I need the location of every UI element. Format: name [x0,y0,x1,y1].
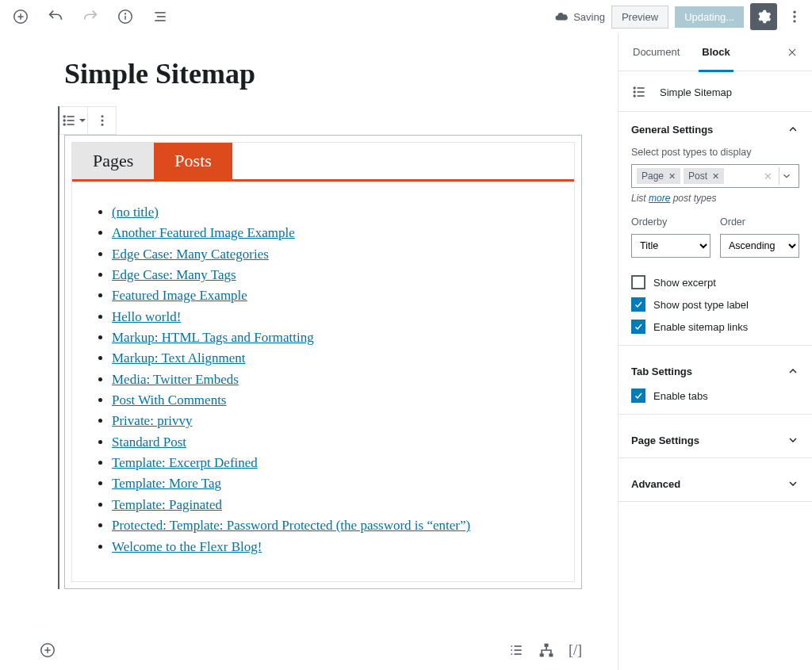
panel-title: Tab Settings [631,366,692,377]
token-post: Post✕ [684,168,724,184]
selected-block: Pages Posts (no title) Another Featured … [58,106,582,589]
orderby-select[interactable]: Title [631,234,710,258]
sitemap-link[interactable]: Markup: Text Alignment [112,350,245,366]
chevron-down-icon [781,170,792,182]
sidebar-close-button[interactable] [776,47,809,58]
publish-button[interactable]: Updating... [675,6,744,28]
sitemap-link[interactable]: Standard Post [112,435,186,450]
more-menu-button[interactable] [783,3,806,30]
block-more-button[interactable] [88,106,117,135]
list-item: Hello world! [112,307,550,327]
svg-point-20 [101,124,103,126]
sitemap-link[interactable]: Another Featured Image Example [112,225,295,240]
add-block-button[interactable] [6,2,35,31]
block-toolbar [59,106,582,135]
block-type-button[interactable] [59,106,88,135]
undo-button[interactable] [41,2,70,31]
list-item: Protected: Template: Password Protected … [112,515,550,536]
tab-posts[interactable]: Posts [154,143,232,179]
svg-point-12 [63,116,65,117]
list-item: Standard Post [112,432,550,453]
tab-pages[interactable]: Pages [72,143,154,179]
list-item: (no title) [112,202,550,223]
enable-sitemap-links-label: Enable sitemap links [653,321,748,333]
outline-icon [152,9,168,25]
remove-token-post[interactable]: ✕ [712,171,719,182]
chevron-down-icon [787,477,799,490]
sitemap-link[interactable]: Template: Excerpt Defined [112,455,258,470]
show-post-type-label-checkbox[interactable] [631,297,645,312]
sitemap-link[interactable]: Post With Comments [112,392,226,408]
sitemap-link[interactable]: Private: privvy [112,413,193,428]
sitemap-link[interactable]: Edge Case: Many Categories [112,247,269,262]
more-vertical-icon [787,9,802,25]
sitemap-link[interactable]: Welcome to the Flexr Blog! [112,539,262,554]
sitemap-link[interactable]: Protected: Template: Password Protected … [112,518,470,533]
sitemap-link[interactable]: Media: Twitter Embeds [112,372,239,387]
list-item: Edge Case: Many Categories [112,244,550,265]
list-icon [631,84,647,100]
redo-icon [82,8,99,25]
panel-title: Advanced [631,478,680,490]
page-title[interactable]: Simple Sitemap [64,57,582,90]
redo-button[interactable] [76,2,105,31]
outline-button[interactable] [146,2,174,31]
structure-button[interactable] [538,642,554,658]
remove-token-page[interactable]: ✕ [668,171,676,182]
svg-point-16 [63,124,65,125]
show-excerpt-label: Show excerpt [653,277,716,289]
svg-rect-31 [540,653,544,657]
panel-toggle-advanced[interactable]: Advanced [619,466,812,501]
token-page: Page✕ [637,168,680,184]
clear-tokens-button[interactable]: ✕ [760,170,776,182]
sitemap-link[interactable]: (no title) [112,205,159,220]
show-excerpt-checkbox[interactable] [631,275,645,289]
editor-footer-tools: [/] [36,638,582,662]
list-view-button[interactable] [508,642,524,658]
token-dropdown-button[interactable] [779,167,794,185]
list-item: Template: Paginated [112,495,550,515]
panel-tab-settings: Tab Settings Enable tabs [619,354,812,415]
list-item: Private: privvy [112,411,550,431]
list-item: Another Featured Image Example [112,223,550,243]
info-button[interactable] [111,2,140,31]
list-item: Edge Case: Many Tags [112,265,550,285]
sidebar-tab-block[interactable]: Block [691,33,741,71]
sitemap-link[interactable]: Edge Case: Many Tags [112,267,236,282]
settings-toggle-button[interactable] [750,3,777,30]
panel-page-settings: Page Settings [619,423,812,458]
post-types-input[interactable]: Page✕ Post✕ ✕ [631,164,799,188]
panel-toggle-tab[interactable]: Tab Settings [619,354,812,389]
top-toolbar-left [6,2,174,31]
panel-toggle-page[interactable]: Page Settings [619,423,812,458]
chevron-down-icon [787,434,799,446]
preview-button[interactable]: Preview [611,6,668,29]
sidebar-tab-document[interactable]: Document [622,33,691,71]
sitemap-link[interactable]: Hello world! [112,309,181,324]
sitemap-block[interactable]: Pages Posts (no title) Another Featured … [64,135,582,589]
list-more-hint: List more post types [631,193,799,204]
list-item: Media: Twitter Embeds [112,369,550,390]
svg-point-37 [634,91,635,93]
panel-toggle-general[interactable]: General Settings [619,112,812,147]
enable-tabs-label: Enable tabs [653,390,708,402]
sitemap-link[interactable]: Featured Image Example [112,288,247,303]
svg-rect-32 [549,653,553,657]
enable-tabs-checkbox[interactable] [631,389,645,403]
append-block-button[interactable] [36,638,59,662]
svg-point-35 [634,87,635,89]
sitemap-link[interactable]: Template: Paginated [112,497,222,512]
editor-canvas[interactable]: Simple Sitemap Pages Posts [0,33,618,670]
settings-sidebar: Document Block Simple Sitemap General Se… [618,33,812,670]
list-more-link[interactable]: more [649,193,670,204]
sitemap-link[interactable]: Template: More Tag [112,476,221,491]
sitemap-link[interactable]: Markup: HTML Tags and Formatting [112,330,314,345]
top-toolbar-right: Saving Preview Updating... [554,3,806,30]
list-item: Template: More Tag [112,473,550,494]
caret-down-icon [79,117,86,124]
orderby-label: Orderby [631,216,710,228]
post-types-label: Select post types to display [631,147,799,158]
enable-sitemap-links-checkbox[interactable] [631,320,645,334]
list-item: Template: Excerpt Defined [112,453,550,473]
order-select[interactable]: Ascending [720,234,799,258]
